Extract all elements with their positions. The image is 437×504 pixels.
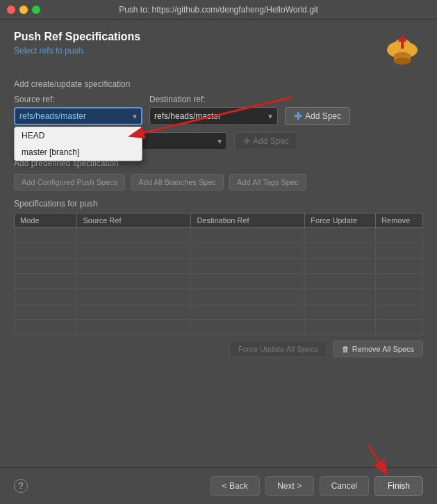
source-field-wrapper: refs/heads/master HEAD master [branch] ▼… [14,107,142,125]
cloud-icon [381,31,423,65]
maximize-button[interactable] [32,6,40,14]
trash-icon: 🗑 [342,345,349,353]
add-spec-button[interactable]: ✚ Add Spec [285,107,350,125]
col-source-ref: Source Ref [77,213,191,228]
col-destination-ref: Destination Ref [191,213,305,228]
specs-bottom-buttons: Force Update All Specs 🗑 Remove All Spec… [14,341,423,357]
dialog-subtitle: Select refs to push. [14,46,140,56]
finish-button[interactable]: Finish [374,476,423,496]
table-row [15,259,423,274]
dialog-footer: ? < Back Next > Cancel Finish [0,467,437,504]
push-ref-dialog: Push Ref Specifications Select refs to p… [0,19,437,504]
back-button[interactable]: < Back [211,476,260,496]
col-remove: Remove [376,213,423,228]
dialog-title: Push Ref Specifications [14,31,140,43]
force-update-all-specs-button[interactable]: Force Update All Specs [229,341,327,357]
plus-icon: ✚ [294,111,302,122]
predefined-buttons: Add Configured Push Specs Add All Branch… [14,174,423,190]
remote-plus-icon: ✚ [243,136,250,146]
source-ref-group: Source ref: refs/heads/master HEAD maste… [14,95,142,125]
destination-ref-label: Destination ref: [149,95,278,104]
specs-table-label: Specifications for push [14,199,423,209]
table-row [15,243,423,259]
popup-item-master-branch[interactable]: master [branch] [15,144,142,161]
source-ref-label: Source ref: [14,95,142,104]
dialog-header: Push Ref Specifications Select refs to p… [0,19,437,71]
specs-table-header-row: Mode Source Ref Destination Ref Force Up… [15,213,423,228]
destination-ref-dropdown[interactable]: refs/heads/master [149,107,278,125]
col-mode: Mode [15,213,77,228]
table-row [15,304,423,320]
table-row [15,274,423,289]
destination-ref-group: Destination ref: refs/heads/master ▼ [149,95,278,125]
window-controls [7,6,40,14]
window-title: Push to: https://github.com/dengfaheng/H… [119,5,318,15]
close-button[interactable] [7,6,15,14]
add-spec-section-label: Add create/update specification [14,79,423,89]
cancel-button[interactable]: Cancel [320,476,369,496]
title-bar: Push to: https://github.com/dengfaheng/H… [0,0,437,19]
col-force-update: Force Update [305,213,376,228]
add-all-branches-spec-button[interactable]: Add All Branches Spec [131,174,224,190]
remote-add-spec-button[interactable]: ✚ Add Spec [234,132,298,150]
source-ref-popup[interactable]: HEAD master [branch] [14,127,142,161]
specs-table-section: Specifications for push Mode Source Ref … [14,199,423,357]
next-button[interactable]: Next > [265,476,314,496]
dialog-content: Add create/update specification Source r… [0,71,437,467]
table-row [15,320,423,335]
add-configured-push-specs-button[interactable]: Add Configured Push Specs [14,174,125,190]
svg-point-7 [394,58,411,65]
table-row [15,289,423,304]
minimize-button[interactable] [19,6,28,14]
help-button[interactable]: ? [14,479,28,493]
popup-item-head[interactable]: HEAD [15,127,142,144]
predefined-section: Add predefined specification Add Configu… [14,158,423,190]
specs-table-body [15,228,423,335]
source-dest-row: Source ref: refs/heads/master HEAD maste… [14,95,423,125]
source-ref-dropdown[interactable]: refs/heads/master HEAD master [branch] [14,107,142,125]
specs-table: Mode Source Ref Destination Ref Force Up… [14,213,423,335]
remove-all-specs-button[interactable]: 🗑 Remove All Specs [333,341,423,357]
add-all-tags-spec-button[interactable]: Add All Tags Spec [229,174,306,190]
table-row [15,228,423,243]
